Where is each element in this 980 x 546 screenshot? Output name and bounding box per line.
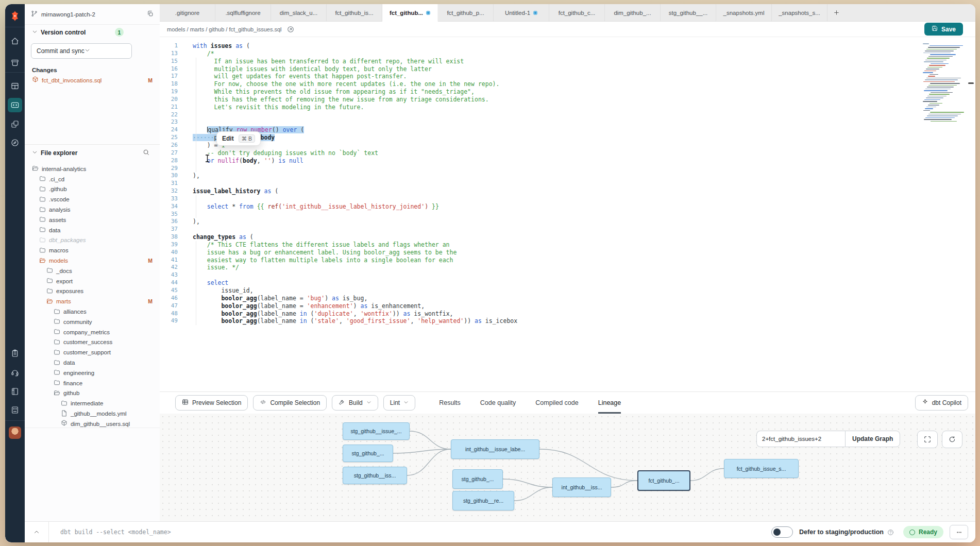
tree-item-engineering[interactable]: engineering — [25, 368, 160, 378]
tree-item-.github[interactable]: .github — [25, 184, 160, 195]
code-editor[interactable]: 1with issues as (13 /*15 If an issue has… — [160, 37, 975, 391]
editor-tab-9[interactable]: dim_github_... — [605, 4, 661, 21]
tab-label: dim_github_... — [614, 10, 651, 16]
code-icon[interactable] — [8, 98, 22, 112]
code-line-31: 31 — [160, 180, 975, 187]
minimap-line — [930, 103, 942, 104]
keypad-icon[interactable] — [8, 403, 22, 417]
new-tab-button[interactable] — [827, 4, 845, 21]
help-icon[interactable] — [887, 529, 894, 536]
tree-item-dim_github__users.sql[interactable]: dim_github__users.sql — [25, 419, 160, 428]
tree-item-finance[interactable]: finance — [25, 378, 160, 388]
copy-branch-icon[interactable] — [147, 10, 154, 19]
minimap[interactable] — [922, 43, 964, 125]
lineage-node-stg_github__re[interactable]: stg_github__re... — [452, 491, 514, 510]
tree-item-marts[interactable]: martsM — [25, 296, 160, 306]
tree-item-intermediate[interactable]: intermediate — [25, 398, 160, 408]
tree-item-exposures[interactable]: exposures — [25, 286, 160, 297]
book-icon[interactable] — [8, 384, 22, 399]
changed-file-row[interactable]: fct_dbt_invocations.sql M — [32, 76, 153, 85]
tree-item-data[interactable]: data — [25, 357, 160, 368]
folder-icon — [39, 216, 46, 224]
version-control-header[interactable]: Version control 1 — [32, 28, 150, 37]
line-number: 36 — [160, 218, 183, 226]
tree-item-_github__models.yml[interactable]: _github__models.yml — [25, 408, 160, 419]
lineage-node-stg_github__iss[interactable]: stg_github__iss... — [343, 467, 407, 484]
tree-item-export[interactable]: export — [25, 276, 160, 286]
avatar[interactable] — [9, 426, 21, 439]
editor-tab-11[interactable]: _snapshots.yml — [716, 4, 772, 21]
minimap-line — [923, 110, 930, 111]
editor-tab-4[interactable]: fct_github_is... — [327, 4, 382, 21]
tree-item-customer_support[interactable]: customer_support — [25, 347, 160, 357]
lineage-node-stg_github_[interactable]: stg_github_... — [343, 445, 393, 462]
expand-command-bar-button[interactable] — [25, 529, 48, 535]
editor-tab-6[interactable]: fct_github_p... — [438, 4, 494, 21]
more-options-button[interactable] — [950, 525, 968, 539]
defer-toggle[interactable] — [771, 526, 793, 538]
tree-item-internal-analytics[interactable]: internal-analytics — [25, 164, 160, 174]
lineage-node-int_github__iss[interactable]: int_github__iss... — [552, 477, 611, 497]
lineage-node-stg_github_[interactable]: stg_github_... — [452, 469, 503, 489]
lint-button[interactable]: Lint — [383, 395, 415, 411]
build-button[interactable]: Build — [332, 395, 378, 411]
tree-item-models[interactable]: modelsM — [25, 255, 160, 266]
update-graph-button[interactable]: Update Graph — [845, 431, 900, 447]
lineage-panel[interactable]: stg_github__issue_...stg_github_...stg_g… — [160, 414, 975, 521]
editor-tab-10[interactable]: stg_github__... — [661, 4, 716, 21]
grid-icon[interactable] — [8, 79, 22, 93]
lineage-node-int_github__issue_labe[interactable]: int_github__issue_labe... — [451, 439, 539, 459]
editor-tab-5[interactable]: fct_github... — [382, 4, 438, 22]
scrollbar-thumb[interactable] — [968, 82, 974, 84]
editor-tab-1[interactable]: .gitignore — [160, 4, 215, 21]
tree-item-macros[interactable]: macros — [25, 245, 160, 255]
tree-item-assets[interactable]: assets — [25, 215, 160, 225]
windows-icon[interactable] — [8, 117, 22, 131]
panel-tab-compiled-code[interactable]: Compiled code — [535, 392, 578, 414]
editor-tab-2[interactable]: .sqlfluffignore — [215, 4, 271, 21]
commit-and-sync-button[interactable]: Commit and sync — [31, 43, 132, 59]
stack-icon[interactable] — [8, 56, 22, 70]
tree-item-alliances[interactable]: alliances — [25, 306, 160, 317]
headset-icon[interactable] — [8, 365, 22, 380]
fullscreen-button[interactable] — [917, 431, 938, 448]
tree-item-_docs[interactable]: _docs — [25, 266, 160, 276]
panel-tab-lineage[interactable]: Lineage — [598, 392, 621, 414]
lineage-node-fct_github_issue_s[interactable]: fct_github_issue_s... — [724, 459, 799, 478]
save-button[interactable]: Save — [924, 23, 963, 36]
clipboard-icon[interactable] — [8, 346, 22, 361]
dbt-copilot-button[interactable]: dbt Copilot — [915, 395, 968, 411]
compass-icon[interactable] — [8, 135, 22, 150]
tree-item-.ci_cd[interactable]: .ci_cd — [25, 174, 160, 184]
tree-item-customer_success[interactable]: customer_success — [25, 337, 160, 348]
file-explorer-header[interactable]: File explorer — [32, 149, 153, 157]
code-line-29: 29 — [160, 165, 975, 173]
editor-tab-7[interactable]: Untitled-1 — [494, 4, 549, 21]
command-placeholder[interactable]: dbt build --select <model_name> — [60, 528, 171, 536]
editor-tab-3[interactable]: dim_slack_u... — [271, 4, 327, 21]
panel-tab-results[interactable]: Results — [439, 392, 461, 414]
tree-item-community[interactable]: community — [25, 317, 160, 327]
search-icon[interactable] — [143, 149, 153, 157]
panel-tab-code-quality[interactable]: Code quality — [480, 392, 516, 414]
refresh-graph-button[interactable] — [942, 431, 962, 448]
preview-selection-button[interactable]: Preview Selection — [175, 395, 248, 411]
lineage-node-fct_github_[interactable]: fct_github_... — [637, 470, 690, 491]
tree-item-company_metrics[interactable]: company_metrics — [25, 327, 160, 337]
tree-item-.vscode[interactable]: .vscode — [25, 194, 160, 204]
open-docs-icon[interactable] — [287, 26, 294, 33]
tree-item-dbt_packages[interactable]: dbt_packages — [25, 235, 160, 246]
lineage-selector-input[interactable] — [756, 431, 845, 447]
home-icon[interactable] — [8, 34, 22, 48]
tree-item-analysis[interactable]: analysis — [25, 204, 160, 215]
editor-tab-12[interactable]: _snapshots_s... — [772, 4, 827, 21]
folder-open-icon — [39, 257, 46, 265]
tree-item-data[interactable]: data — [25, 225, 160, 235]
edit-action[interactable]: Edit — [222, 135, 234, 142]
dbt-logo-icon[interactable] — [5, 8, 25, 24]
compile-selection-button[interactable]: Compile Selection — [253, 395, 327, 411]
lineage-node-stg_github__issue_[interactable]: stg_github__issue_... — [343, 422, 410, 440]
code-line-37: 37 — [160, 226, 975, 233]
tree-item-github[interactable]: github — [25, 388, 160, 399]
editor-tab-8[interactable]: fct_github_c... — [549, 4, 605, 21]
